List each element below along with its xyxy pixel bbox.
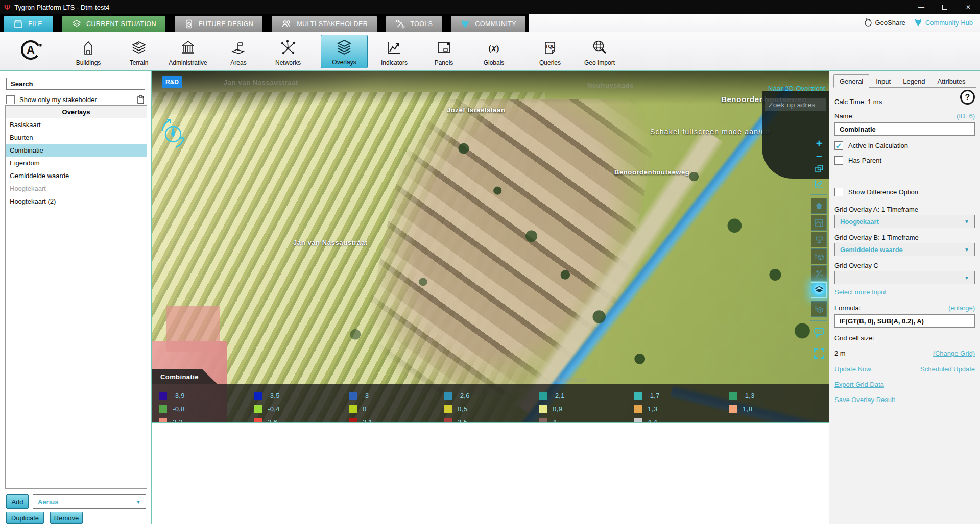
legend-swatch bbox=[159, 418, 167, 424]
copy-view-icon[interactable] bbox=[812, 162, 826, 176]
overlay-type-dropdown[interactable]: Aerius ▼ bbox=[33, 494, 146, 509]
legend-value: -1,3 bbox=[743, 392, 755, 400]
legend-value: 4 bbox=[553, 418, 557, 424]
legend-value: 3,1 bbox=[363, 418, 372, 424]
help-icon[interactable]: ? bbox=[960, 90, 975, 105]
community-hub-link[interactable]: Community Hub bbox=[914, 18, 973, 27]
active-in-calculation-checkbox[interactable]: ✓ bbox=[834, 141, 843, 150]
tab-tools[interactable]: TOOLS bbox=[386, 16, 442, 32]
tab-input[interactable]: Input bbox=[870, 75, 896, 87]
plus-minus-button[interactable] bbox=[811, 265, 827, 281]
legend-entry: 1,8 bbox=[729, 402, 824, 415]
formula-input[interactable] bbox=[834, 314, 975, 328]
chat-button[interactable] bbox=[812, 326, 826, 339]
zoom-out-button[interactable]: − bbox=[813, 151, 825, 162]
overlay-item-buurten[interactable]: Buurten bbox=[6, 131, 147, 144]
tab-current-situation[interactable]: CURRENT SITUATION bbox=[62, 16, 165, 32]
clipboard-icon[interactable] bbox=[136, 94, 146, 105]
overlays-sidebar: Show only my stakeholder Overlays Basisk… bbox=[0, 71, 152, 524]
compass-control[interactable] bbox=[156, 115, 190, 149]
rd-badge[interactable]: R&D bbox=[162, 76, 182, 88]
save-overlay-result-link[interactable]: Save Overlay Result bbox=[834, 396, 895, 404]
tab-label: COMMUNITY bbox=[475, 20, 516, 28]
minimize-button[interactable]: — bbox=[910, 0, 933, 14]
home-view-button[interactable] bbox=[811, 198, 827, 214]
extrude-box-button[interactable] bbox=[811, 248, 827, 264]
overlay-item-basiskaart[interactable]: Basiskaart bbox=[6, 118, 147, 131]
map-select-button[interactable] bbox=[811, 215, 827, 231]
buildings-icon bbox=[79, 39, 98, 57]
street-label: Jan van Nassaustraat bbox=[293, 239, 368, 246]
tab-future-design[interactable]: FUTURE DESIGN bbox=[175, 16, 262, 32]
legend-swatch bbox=[444, 418, 452, 424]
tab-general[interactable]: General bbox=[833, 74, 869, 88]
fullscreen-button[interactable] bbox=[812, 347, 826, 360]
overlay-item-hoogtekaart[interactable]: Hoogtekaart bbox=[6, 182, 147, 195]
ribbon-buildings[interactable]: Buildings bbox=[65, 35, 112, 68]
overlay-item-gemiddelde-waarde[interactable]: Gemiddelde waarde bbox=[6, 169, 147, 182]
scheduled-update-link[interactable]: Scheduled Update bbox=[920, 365, 975, 373]
grid-overlay-a-dropdown[interactable]: Hoogtekaart ▼ bbox=[834, 215, 975, 228]
maximize-button[interactable] bbox=[933, 0, 957, 14]
duplicate-button[interactable]: Duplicate bbox=[6, 512, 44, 524]
fullscreen-tooltip: Schakel fullscreen mode aan/uit bbox=[650, 128, 771, 136]
ribbon-administrative[interactable]: Administrative bbox=[164, 35, 211, 68]
name-input[interactable] bbox=[834, 122, 975, 136]
globals-icon: (𝑥) bbox=[485, 39, 503, 57]
search-input[interactable] bbox=[6, 78, 145, 90]
update-now-link[interactable]: Update Now bbox=[834, 365, 871, 373]
ribbon-label: Overlays bbox=[332, 59, 356, 66]
add-button[interactable]: Add bbox=[6, 494, 29, 509]
ribbon-terrain[interactable]: Terrain bbox=[115, 35, 162, 68]
ribbon-networks[interactable]: Networks bbox=[265, 35, 312, 68]
tab-multi-stakeholder[interactable]: MULTI STAKEHOLDER bbox=[272, 16, 377, 32]
tab-attributes[interactable]: Attributes bbox=[932, 75, 971, 87]
ribbon-areas[interactable]: Areas bbox=[215, 35, 262, 68]
ribbon-geo-import[interactable]: Geo Import bbox=[576, 35, 623, 68]
legend-entry: -0,8 bbox=[159, 402, 254, 415]
remove-button[interactable]: Remove bbox=[50, 512, 83, 524]
tab-label: FILE bbox=[28, 20, 42, 28]
overlays-list-header: Overlays bbox=[6, 106, 147, 118]
id-link[interactable]: (ID: 6) bbox=[957, 112, 975, 120]
overlay-item-combinatie[interactable]: Combinatie bbox=[6, 144, 147, 157]
terrain-icon bbox=[130, 39, 148, 57]
tab-file[interactable]: FILE bbox=[4, 16, 53, 32]
overlay-layers-button-active[interactable] bbox=[811, 282, 827, 298]
change-grid-link[interactable]: (Change Grid) bbox=[933, 350, 975, 357]
grid-overlay-b-dropdown[interactable]: Gemiddelde waarde ▼ bbox=[834, 243, 975, 256]
ribbon-globals[interactable]: (𝑥) Globals bbox=[470, 35, 517, 68]
map-3d-viewport[interactable]: R&D Jan van Nassaustraat Neuhuyskade Joz… bbox=[152, 71, 829, 423]
geoshare-link[interactable]: GeoShare bbox=[864, 18, 905, 27]
overlay-item-hoogtekaart-2[interactable]: Hoogtekaart (2) bbox=[6, 195, 147, 208]
export-grid-data-link[interactable]: Export Grid Data bbox=[834, 381, 884, 388]
to-2d-overview-button[interactable]: Naar 2D Overzicht bbox=[768, 85, 825, 92]
tab-legend[interactable]: Legend bbox=[897, 75, 930, 87]
stakeholder-checkbox[interactable] bbox=[6, 95, 15, 104]
ribbon-overlays[interactable]: Overlays bbox=[321, 35, 368, 68]
tab-community[interactable]: COMMUNITY bbox=[451, 16, 525, 32]
ribbon-panels[interactable]: Panels bbox=[420, 35, 467, 68]
chevron-down-icon: ▼ bbox=[964, 219, 969, 224]
close-button[interactable]: ✕ bbox=[957, 0, 980, 14]
has-parent-checkbox[interactable] bbox=[834, 156, 843, 165]
ribbon-indicators[interactable]: Indicators bbox=[371, 35, 418, 68]
signpost-button[interactable] bbox=[811, 232, 827, 247]
zoom-in-button[interactable]: + bbox=[813, 138, 825, 149]
enlarge-link[interactable]: (enlarge) bbox=[948, 304, 975, 312]
address-search-input[interactable]: Zoek op adres bbox=[765, 98, 826, 111]
measure-icon[interactable] bbox=[812, 177, 826, 190]
measure-box-button[interactable] bbox=[811, 301, 827, 317]
grid-overlay-c-dropdown[interactable]: ▼ bbox=[834, 271, 975, 284]
legend-value: 1,3 bbox=[648, 405, 657, 413]
fox-icon bbox=[460, 19, 470, 29]
show-difference-checkbox[interactable] bbox=[834, 188, 843, 196]
aerius-logo-icon[interactable]: A bbox=[18, 38, 43, 62]
legend-swatch bbox=[539, 405, 547, 413]
select-more-input-link[interactable]: Select more Input bbox=[834, 288, 887, 296]
legend-swatch bbox=[349, 405, 357, 413]
overlay-item-eigendom[interactable]: Eigendom bbox=[6, 157, 147, 169]
ribbon-queries[interactable]: TQL Queries bbox=[527, 35, 573, 68]
legend-value: 0 bbox=[363, 405, 367, 413]
ribbon-divider bbox=[522, 37, 522, 66]
